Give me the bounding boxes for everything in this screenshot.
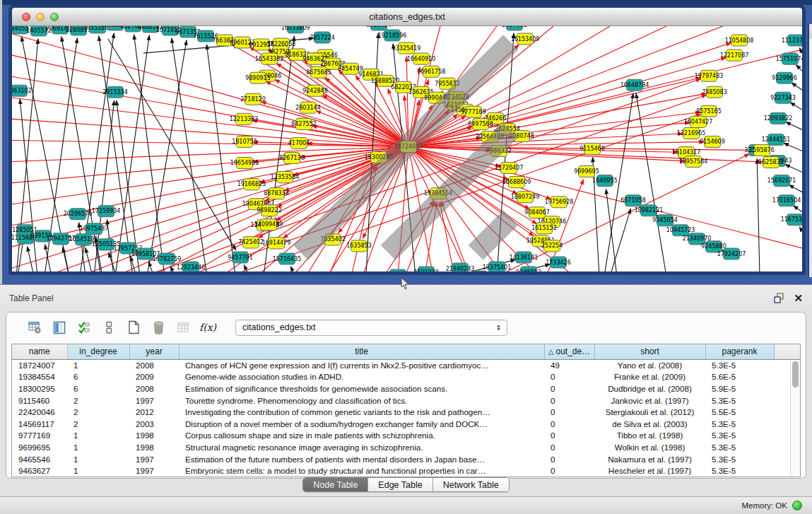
- table-cell: 5.9E-5: [705, 382, 774, 395]
- column-header-short[interactable]: short: [594, 344, 705, 359]
- table-selector-value: citations_edges.txt: [242, 322, 316, 332]
- table-cell: 18724007: [12, 359, 67, 371]
- table-cell: 0: [544, 406, 594, 418]
- table-row[interactable]: 1938455462009Genome-wide association stu…: [12, 371, 800, 383]
- new-document-icon[interactable]: [126, 321, 141, 334]
- table-cell: 1: [67, 441, 129, 453]
- node-table: name in_degree year title △out_de… short…: [11, 344, 801, 477]
- table-cell: 0: [544, 382, 594, 395]
- graph-node[interactable]: [471, 271, 488, 271]
- table-cell: Hescheler et al. (1997): [594, 465, 705, 477]
- window-controls: [22, 13, 59, 21]
- row-height-icon[interactable]: [102, 321, 116, 334]
- table-type-segmented-control: Node TableEdge TableNetwork Table: [302, 477, 509, 492]
- table-cell: Changes of HCN gene expression and I(f) …: [179, 359, 544, 371]
- table-row[interactable]: 946554611997Estimation of the future num…: [12, 453, 800, 465]
- table-settings-icon[interactable]: [28, 321, 42, 334]
- table-scrollbar[interactable]: [790, 360, 800, 477]
- resize-grip-icon[interactable]: [12, 26, 801, 270]
- window-title: citations_edges.txt: [12, 8, 802, 25]
- table-body: 1872400712008Changes of HCN gene express…: [12, 359, 800, 477]
- table-cell: 0: [544, 430, 594, 442]
- table-cell: 0: [544, 418, 594, 430]
- table-cell: 0: [544, 453, 594, 465]
- table-cell: Dudbridge et al. (2008): [594, 382, 705, 395]
- function-builder-icon[interactable]: f(x): [201, 321, 215, 334]
- table-row[interactable]: 977716911998Corpus callosum shape and si…: [12, 430, 800, 442]
- select-column-icon[interactable]: [52, 321, 66, 334]
- status-bar: Memory: OK: [0, 496, 812, 514]
- table-row[interactable]: 1456911722003Disruption of a novel membe…: [12, 418, 800, 430]
- tab-network-table[interactable]: Network Table: [433, 478, 509, 491]
- table-row[interactable]: 946362711997Embryonic stem cells: a mode…: [12, 465, 800, 477]
- column-header-title[interactable]: title: [179, 344, 544, 359]
- table-cell: 6: [67, 371, 129, 383]
- table-toolbar: f(x) citations_edges.txt ▲▼: [6, 313, 806, 342]
- table-cell: 9777169: [12, 430, 67, 442]
- background-window-edge: [808, 24, 812, 277]
- table-cell: 5.3E-5: [705, 395, 774, 407]
- close-panel-icon[interactable]: ✕: [794, 293, 803, 303]
- table-cell: 5.3E-5: [705, 430, 774, 442]
- mouse-cursor: [401, 278, 410, 290]
- import-checks-icon[interactable]: [77, 321, 91, 334]
- table-row[interactable]: 911546021997Tourette syndrome. Phenomeno…: [12, 395, 800, 407]
- memory-status-label: Memory: OK: [741, 501, 787, 510]
- delete-trash-icon[interactable]: [151, 321, 165, 334]
- table-cell: Jankovic et al. (1997): [594, 395, 705, 407]
- close-window-button[interactable]: [22, 13, 30, 21]
- network-desktop: citations_edges.txt 18724007183002951938…: [2, 0, 812, 284]
- table-cell: 2008: [129, 382, 179, 395]
- zoom-window-button[interactable]: [50, 13, 59, 21]
- table-row[interactable]: 2242004622012Investigating the contribut…: [12, 406, 800, 418]
- column-header-pagerank[interactable]: pagerank: [705, 344, 774, 359]
- column-header-filler: [774, 344, 800, 359]
- table-cell: 9465546: [12, 453, 67, 465]
- network-window-titlebar[interactable]: citations_edges.txt: [12, 8, 802, 26]
- minimize-window-button[interactable]: [36, 13, 45, 21]
- table-cell: 1997: [129, 465, 179, 477]
- table-cell: 0: [544, 395, 594, 407]
- table-cell: 2012: [129, 406, 179, 418]
- table-cell: Stergiakouli et al. (2012): [594, 406, 705, 418]
- table-cell: 1: [67, 453, 129, 465]
- network-canvas[interactable]: 1872400718300295193845541340557140557220…: [12, 26, 802, 271]
- table-cell: Franke et al. (2009): [594, 371, 705, 383]
- tab-edge-table[interactable]: Edge Table: [367, 478, 432, 491]
- table-cell: 2: [67, 395, 129, 407]
- network-window: citations_edges.txt 18724007183002951938…: [8, 4, 806, 275]
- table-cell: 5.3E-5: [705, 441, 774, 453]
- table-cell: 5.3E-5: [705, 453, 774, 465]
- table-cell: 5.3E-5: [705, 465, 774, 477]
- table-panel-body: f(x) citations_edges.txt ▲▼ name in_d: [6, 312, 806, 479]
- column-header-out-degree[interactable]: △out_de…: [544, 344, 594, 359]
- table-panel-title: Table Panel: [9, 293, 54, 303]
- memory-status-indicator[interactable]: [792, 501, 802, 510]
- column-header-name[interactable]: name: [12, 344, 67, 359]
- table-cell: Disruption of a novel member of a sodium…: [179, 418, 544, 430]
- column-header-year[interactable]: year: [129, 344, 179, 359]
- table-cell: 9463627: [12, 465, 67, 477]
- table-cell: 0: [544, 465, 594, 477]
- table-cell: Structural magnetic resonance image aver…: [179, 441, 544, 453]
- table-cell: 2003: [129, 418, 179, 430]
- table-selector-dropdown[interactable]: citations_edges.txt ▲▼: [235, 320, 507, 336]
- table-cell: 5.5E-5: [705, 406, 774, 418]
- table-header-row: name in_degree year title △out_de… short…: [12, 344, 800, 359]
- table-cell: 1: [67, 430, 129, 442]
- table-cell: 22420046: [12, 406, 67, 418]
- table-cell: 2009: [129, 371, 179, 383]
- float-panel-icon[interactable]: [774, 293, 784, 303]
- column-header-in-degree[interactable]: in_degree: [67, 344, 129, 359]
- table-cell: 14569117: [12, 418, 67, 430]
- table-panel: Table Panel ✕: [0, 284, 812, 514]
- table-row[interactable]: 1872400712008Changes of HCN gene express…: [12, 359, 800, 371]
- table-cell: 1: [67, 465, 129, 477]
- table-cell: 6: [67, 382, 129, 395]
- table-row[interactable]: 1830029562008Estimation of significance …: [12, 382, 800, 395]
- table-scrollbar-thumb[interactable]: [792, 361, 799, 387]
- table-disabled-icon: [176, 321, 190, 334]
- tab-node-table[interactable]: Node Table: [303, 478, 367, 491]
- table-row[interactable]: 969969511998Structural magnetic resonanc…: [12, 441, 800, 453]
- table-cell: Wolkin et al. (1998): [594, 441, 705, 453]
